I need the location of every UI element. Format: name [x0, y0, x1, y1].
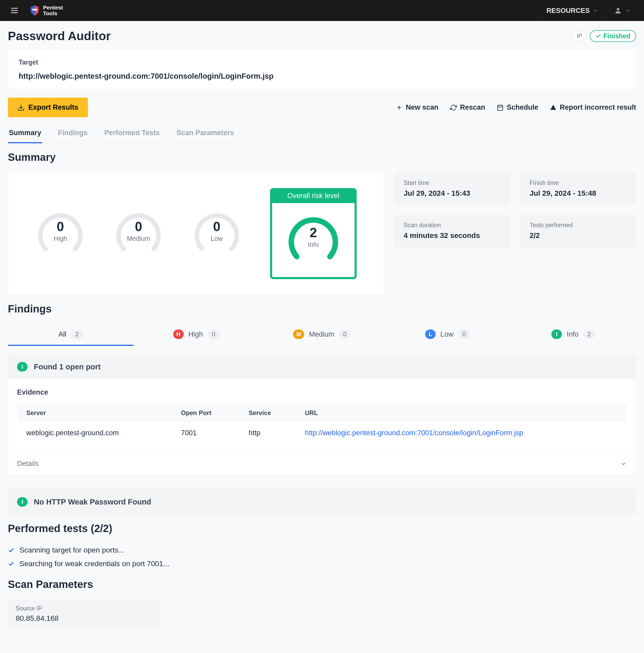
- risk-card: Overall risk level 2 Info: [270, 188, 357, 279]
- gauges-card: 0 High 0 Medium: [8, 172, 384, 295]
- status-label: Finished: [603, 32, 630, 40]
- gauge-medium: 0 Medium: [114, 209, 164, 259]
- filter-all[interactable]: All 2: [8, 324, 134, 346]
- user-menu[interactable]: [606, 6, 636, 15]
- plus-icon: [396, 104, 403, 111]
- performed-test-item: Searching for weak credentials on port 7…: [8, 557, 636, 571]
- topbar: Pentest Tools RESOURCES: [0, 0, 644, 21]
- tab-params[interactable]: Scan Parameters: [175, 124, 235, 143]
- metric-finish: Finish time Jul 29, 2024 - 15:48: [521, 172, 636, 205]
- resources-menu[interactable]: RESOURCES: [538, 0, 606, 22]
- finding-open-port: I Found 1 open port Evidence Server Open…: [8, 354, 636, 474]
- calendar-icon: [497, 104, 504, 111]
- refresh-icon: [450, 104, 457, 111]
- page-title: Password Auditor: [8, 29, 111, 43]
- resources-label: RESOURCES: [546, 6, 590, 15]
- finding-header[interactable]: I Found 1 open port: [8, 354, 636, 379]
- export-button[interactable]: Export Results: [8, 98, 88, 117]
- filter-medium[interactable]: M Medium 0: [259, 324, 385, 346]
- shield-icon: [29, 5, 41, 16]
- severity-info-icon: I: [17, 362, 28, 371]
- severity-info-icon: I: [551, 330, 562, 339]
- severity-low-icon: L: [425, 330, 436, 339]
- tab-performed[interactable]: Performed Tests: [103, 124, 161, 143]
- summary-heading: Summary: [8, 151, 636, 163]
- table-row: weblogic.pentest-ground.com 7001 http ht…: [17, 422, 627, 444]
- tab-findings[interactable]: Findings: [57, 124, 89, 143]
- severity-high-icon: H: [173, 330, 184, 339]
- check-icon: [595, 33, 601, 39]
- check-icon: [8, 547, 15, 554]
- metric-tests: Tests performed 2/2: [521, 214, 636, 247]
- export-label: Export Results: [28, 103, 78, 112]
- chevron-down-icon: [593, 8, 598, 13]
- filter-low[interactable]: L Low 0: [385, 324, 510, 346]
- performed-heading: Performed tests (2/2): [8, 523, 636, 534]
- status-badge: Finished: [590, 30, 636, 42]
- severity-medium-icon: M: [293, 330, 304, 339]
- evidence-url-link[interactable]: http://weblogic.pentest-ground.com:7001/…: [305, 429, 523, 437]
- risk-header: Overall risk level: [272, 190, 355, 203]
- findings-heading: Findings: [8, 303, 636, 315]
- logo-text-1: Pentest: [43, 5, 63, 10]
- chevron-down-icon: [620, 460, 627, 467]
- performed-test-item: Scanning target for open ports...: [8, 543, 636, 557]
- finding-no-weak-password: I No HTTP Weak Password Found: [8, 489, 636, 515]
- evidence-table: Server Open Port Service URL weblogic.pe…: [17, 404, 627, 444]
- finding-header[interactable]: I No HTTP Weak Password Found: [8, 489, 636, 514]
- evidence-label: Evidence: [17, 388, 627, 396]
- target-value: http://weblogic.pentest-ground.com:7001/…: [19, 72, 625, 80]
- gauge-low: 0 Low: [192, 209, 242, 259]
- report-button[interactable]: Report incorrect result: [550, 103, 636, 112]
- severity-info-icon: I: [17, 497, 28, 507]
- svg-rect-7: [498, 105, 503, 111]
- details-toggle[interactable]: Details: [8, 453, 636, 474]
- gauge-high: 0 High: [35, 209, 85, 259]
- download-icon: [17, 104, 25, 111]
- target-label: Target: [19, 58, 625, 66]
- metric-start: Start time Jul 29, 2024 - 15:43: [395, 172, 510, 205]
- user-icon: [614, 6, 622, 15]
- params-heading: Scan Parameters: [8, 579, 636, 590]
- filter-info[interactable]: I Info 2: [510, 324, 636, 346]
- tabs: Summary Findings Performed Tests Scan Pa…: [8, 124, 636, 144]
- chevron-down-icon: [626, 8, 631, 13]
- rescan-button[interactable]: Rescan: [450, 103, 485, 112]
- metric-duration: Scan duration 4 minutes 32 seconds: [395, 214, 510, 247]
- param-source-ip: Source IP 80.85.84.168: [8, 599, 160, 628]
- tab-summary[interactable]: Summary: [8, 124, 42, 143]
- warning-icon: [550, 104, 556, 111]
- svg-point-3: [617, 8, 619, 10]
- filter-high[interactable]: H High 0: [134, 324, 259, 346]
- menu-icon[interactable]: [8, 4, 21, 17]
- check-icon: [8, 560, 15, 567]
- ip-badge: IP: [573, 31, 586, 41]
- logo[interactable]: Pentest Tools: [29, 5, 63, 16]
- new-scan-button[interactable]: New scan: [396, 103, 438, 112]
- filter-tabs: All 2 H High 0 M Medium 0 L Low 0 I Info…: [8, 324, 636, 346]
- logo-text-2: Tools: [43, 10, 63, 16]
- target-card: Target http://weblogic.pentest-ground.co…: [8, 49, 636, 90]
- schedule-button[interactable]: Schedule: [497, 103, 538, 112]
